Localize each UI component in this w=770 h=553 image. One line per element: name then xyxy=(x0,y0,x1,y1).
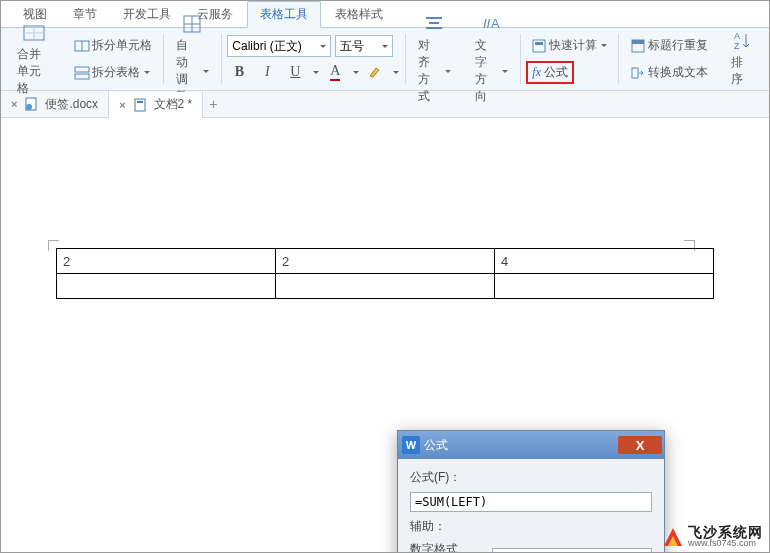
quick-calc-button[interactable]: 快速计算 xyxy=(526,34,612,57)
font-size-input[interactable] xyxy=(336,39,378,53)
chevron-down-icon xyxy=(382,45,388,48)
close-icon[interactable]: × xyxy=(119,99,125,111)
group-data: 快速计算 fx 公式 xyxy=(520,28,618,90)
aux-label: 辅助： xyxy=(410,518,446,535)
group-autofit: 自动调整 xyxy=(164,28,221,90)
new-tab-button[interactable]: + xyxy=(203,96,223,112)
group-textdir: IIA 文字方向 xyxy=(463,28,520,90)
group-split: 拆分单元格 拆分表格 xyxy=(63,28,163,90)
to-text-button[interactable]: 转换成文本 xyxy=(625,61,713,84)
svg-rect-24 xyxy=(135,99,145,111)
svg-rect-19 xyxy=(632,68,638,78)
document-canvas: 2 2 4 W 公式 X 公式(F)： xyxy=(1,118,769,553)
split-cell-label: 拆分单元格 xyxy=(92,37,152,54)
to-text-icon xyxy=(630,65,646,81)
quick-calc-label: 快速计算 xyxy=(549,37,597,54)
split-cell-button[interactable]: 拆分单元格 xyxy=(69,34,157,57)
header-repeat-icon xyxy=(630,38,646,54)
font-name-input[interactable] xyxy=(228,39,316,53)
formula-dialog: W 公式 X 公式(F)： 辅助： 数字格式(N)： xyxy=(397,430,665,553)
watermark-logo-icon xyxy=(662,526,684,548)
sort-button[interactable]: AZ 排序 xyxy=(725,28,759,90)
merge-cells-label: 合并单元格 xyxy=(17,46,51,97)
formula-input[interactable] xyxy=(410,492,652,512)
split-table-label: 拆分表格 xyxy=(92,64,140,81)
menu-bar: 视图 章节 开发工具 云服务 表格工具 表格样式 xyxy=(1,1,769,28)
textdir-button[interactable]: IIA 文字方向 xyxy=(469,11,514,107)
document-tab-bar: × 便签.docx × 文档2 * + xyxy=(1,91,769,118)
italic-button[interactable]: I xyxy=(255,61,279,83)
chevron-down-icon xyxy=(144,71,150,74)
group-align: 对齐方式 xyxy=(406,28,463,90)
calculator-icon xyxy=(531,38,547,54)
table-cell[interactable]: 2 xyxy=(276,249,495,274)
watermark-title: 飞沙系统网 xyxy=(688,525,763,539)
menu-table-style[interactable]: 表格样式 xyxy=(323,2,395,27)
group-font: B I U A xyxy=(221,28,405,90)
align-label: 对齐方式 xyxy=(418,37,441,105)
header-repeat-button[interactable]: 标题行重复 xyxy=(625,34,713,57)
align-icon xyxy=(423,13,445,35)
doc-tab-1-label: 便签.docx xyxy=(45,96,98,113)
fx-icon: fx xyxy=(532,65,541,80)
ribbon: 合并单元格 拆分单元格 拆分表格 自动调整 xyxy=(1,28,769,91)
group-misc: 标题行重复 转换成文本 xyxy=(619,28,719,90)
table-cell[interactable] xyxy=(495,274,714,299)
doc-tab-2[interactable]: × 文档2 * xyxy=(109,92,203,119)
chevron-down-icon xyxy=(353,71,359,74)
formula-label: 公式 xyxy=(544,64,568,81)
numfmt-label: 数字格式(N)： xyxy=(410,541,486,553)
chevron-down-icon xyxy=(601,44,607,47)
header-repeat-label: 标题行重复 xyxy=(648,37,708,54)
svg-rect-6 xyxy=(75,74,89,79)
close-icon[interactable]: × xyxy=(11,98,17,110)
table-row[interactable] xyxy=(57,274,714,299)
highlight-button[interactable] xyxy=(363,61,387,83)
chevron-down-icon xyxy=(445,70,451,73)
svg-point-23 xyxy=(26,104,32,110)
svg-rect-25 xyxy=(137,101,143,103)
wps-icon: W xyxy=(402,436,420,454)
split-table-icon xyxy=(74,65,90,81)
menu-chapter[interactable]: 章节 xyxy=(61,2,109,27)
textdir-label: 文字方向 xyxy=(475,37,498,105)
text-direction-icon: IIA xyxy=(480,13,502,35)
app-window: 视图 章节 开发工具 云服务 表格工具 表格样式 合并单元格 拆分单元格 拆分表… xyxy=(0,0,770,553)
formula-button[interactable]: fx 公式 xyxy=(526,61,574,84)
svg-rect-15 xyxy=(533,40,545,52)
menu-table-tools[interactable]: 表格工具 xyxy=(247,1,321,28)
watermark-url: www.fs0745.com xyxy=(688,539,763,548)
font-color-button[interactable]: A xyxy=(323,61,347,83)
chevron-down-icon xyxy=(203,70,209,73)
chevron-down-icon xyxy=(502,70,508,73)
numfmt-select[interactable] xyxy=(492,548,652,553)
dialog-titlebar[interactable]: W 公式 X xyxy=(398,431,664,459)
font-name-select[interactable] xyxy=(227,35,331,57)
svg-text:II: II xyxy=(483,16,491,31)
table-cell[interactable] xyxy=(276,274,495,299)
align-button[interactable]: 对齐方式 xyxy=(412,11,457,107)
font-size-select[interactable] xyxy=(335,35,393,57)
svg-rect-16 xyxy=(535,42,543,45)
table-row[interactable]: 2 2 4 xyxy=(57,249,714,274)
svg-rect-17 xyxy=(632,40,644,44)
doc-tab-2-label: 文档2 * xyxy=(154,96,193,113)
underline-button[interactable]: U xyxy=(283,61,307,83)
table-cell[interactable]: 4 xyxy=(495,249,714,274)
chevron-down-icon xyxy=(320,45,326,48)
sort-icon: AZ xyxy=(731,30,753,52)
chevron-down-icon xyxy=(393,71,399,74)
bold-button[interactable]: B xyxy=(227,61,251,83)
merge-cells-button[interactable]: 合并单元格 xyxy=(11,20,57,99)
autofit-icon xyxy=(181,13,203,35)
chevron-down-icon xyxy=(313,71,319,74)
table-cell[interactable] xyxy=(57,274,276,299)
dialog-close-button[interactable]: X xyxy=(618,436,662,454)
split-cell-icon xyxy=(74,38,90,54)
table-cell[interactable]: 2 xyxy=(57,249,276,274)
group-sort: AZ 排序 xyxy=(719,28,765,90)
split-table-button[interactable]: 拆分表格 xyxy=(69,61,157,84)
document-table[interactable]: 2 2 4 xyxy=(56,248,714,299)
dialog-body: 公式(F)： 辅助： 数字格式(N)： 粘贴函数(P)： 表格范围(T)： xyxy=(398,459,664,553)
doc-tab-1[interactable]: × 便签.docx xyxy=(1,91,109,117)
